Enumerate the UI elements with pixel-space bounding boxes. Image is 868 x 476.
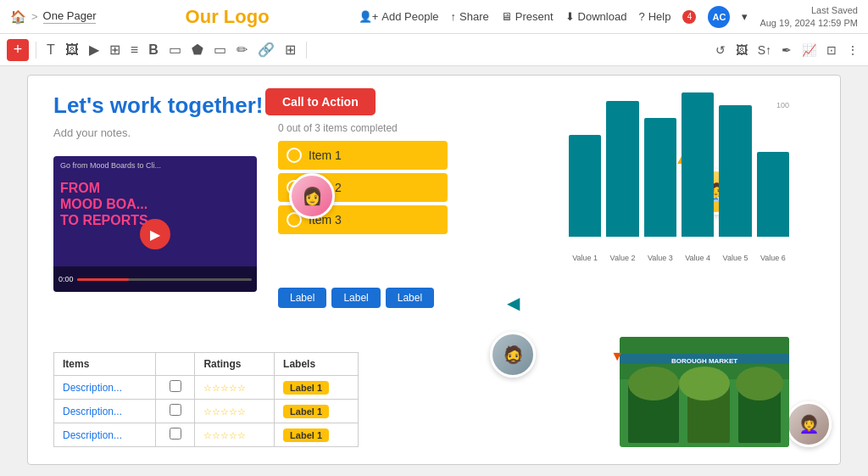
- bar-label-4: Value 4: [682, 254, 714, 262]
- checklist-label-1: Item 1: [309, 148, 342, 162]
- chart-icon[interactable]: 📈: [799, 41, 819, 59]
- download-button[interactable]: ⬇ Download: [565, 10, 627, 23]
- notification-badge[interactable]: 4: [682, 10, 696, 24]
- table-row: Description... ☆☆☆☆☆ Label 1: [54, 423, 359, 447]
- avatar-woman-2-face: 👩‍🦱: [788, 404, 829, 445]
- image-tool-icon[interactable]: 🖼: [733, 41, 750, 59]
- nav-left: 🏠 > One Pager: [10, 9, 96, 25]
- help-button[interactable]: ? Help: [638, 10, 670, 23]
- link-icon[interactable]: 🔗: [254, 39, 278, 60]
- bar-label-1: Value 1: [569, 254, 601, 262]
- table-header-labels: Labels: [275, 353, 359, 376]
- play-button[interactable]: ▶: [140, 219, 170, 249]
- video-title-top: Go from Mood Boards to Cli...: [53, 156, 257, 175]
- table-label-badge-3: Label 1: [283, 428, 329, 442]
- arrow-left-icon: ◀: [507, 293, 520, 313]
- table-label-cell-1: Label 1: [275, 376, 359, 400]
- table-label-badge-2: Label 1: [283, 405, 329, 418]
- table-checkbox-1[interactable]: [170, 380, 181, 392]
- label-buttons: Label Label Label: [278, 288, 434, 308]
- undo-icon[interactable]: ↺: [713, 41, 728, 59]
- list-icon[interactable]: ≡: [127, 40, 142, 60]
- market-svg: BOROUGH MARKET: [620, 337, 789, 447]
- bar-1: [569, 135, 601, 237]
- breadcrumb-separator: >: [31, 10, 38, 23]
- bar-label-5: Value 5: [719, 254, 751, 262]
- canvas: Let's work together! Add your notes. Cal…: [27, 75, 841, 465]
- stars-3: ☆☆☆☆☆: [203, 430, 246, 440]
- pen-icon[interactable]: ✏: [233, 39, 251, 60]
- label-button-3[interactable]: Label: [386, 288, 434, 308]
- toolbar-separator-2: [306, 42, 307, 59]
- bar-2: [606, 101, 638, 237]
- avatar-button[interactable]: AC: [708, 6, 730, 28]
- bold-icon[interactable]: B: [145, 40, 162, 60]
- bar-label-3: Value 3: [644, 254, 676, 262]
- table-header-ratings: Ratings: [195, 353, 275, 376]
- label-button-2[interactable]: Label: [331, 288, 380, 308]
- table-desc-2[interactable]: Description...: [63, 406, 122, 417]
- draw-icon[interactable]: ✒: [779, 41, 794, 59]
- checklist-count: 0 out of 3 items completed: [278, 122, 448, 134]
- video-thumbnail[interactable]: Go from Mood Boards to Cli... FROM MOOD …: [53, 156, 257, 292]
- video-time: 0:00: [58, 275, 74, 283]
- top-nav: 🏠 > One Pager Our Logo 👤+ Add People ↑ S…: [0, 0, 868, 34]
- table-checkbox-cell-2: [156, 400, 195, 423]
- arrow-down-icon: ▼: [610, 349, 624, 364]
- text-tool-icon[interactable]: S↑: [755, 41, 774, 59]
- input-icon[interactable]: ▭: [165, 39, 185, 60]
- share-button[interactable]: ↑ Share: [451, 10, 489, 23]
- bar-label-2: Value 2: [606, 254, 638, 262]
- table-label-cell-2: Label 1: [275, 400, 359, 423]
- market-image: BOROUGH MARKET BOROUGH MARKET: [620, 337, 789, 447]
- stars-1: ☆☆☆☆☆: [203, 383, 246, 393]
- table-rating-1: ☆☆☆☆☆: [195, 376, 275, 400]
- image-icon[interactable]: 🖼: [62, 40, 82, 60]
- bar-5: [719, 105, 751, 237]
- home-icon[interactable]: 🏠: [10, 9, 26, 25]
- table-row: Description... ☆☆☆☆☆ Label 1: [54, 400, 359, 423]
- text-icon[interactable]: T: [43, 40, 58, 60]
- page-title[interactable]: One Pager: [43, 9, 97, 24]
- add-people-button[interactable]: 👤+ Add People: [359, 10, 439, 23]
- avatar-woman-2: 👩‍🦱: [786, 401, 832, 447]
- checklist-item-1[interactable]: Item 1: [278, 141, 448, 170]
- table-label-badge-1: Label 1: [283, 381, 329, 395]
- checklist-circle-1: [287, 148, 302, 163]
- rectangle-icon[interactable]: ▭: [210, 39, 230, 60]
- toolbar-right: ↺ 🖼 S↑ ✒ 📈 ⊡ ⋮: [713, 41, 861, 59]
- table-checkbox-cell-3: [156, 423, 195, 447]
- bar-chart: 100 Value 1 Value 2 Value 3 Value 4 Valu…: [569, 101, 789, 288]
- avatar-woman-face: 👩: [292, 176, 332, 216]
- cta-button[interactable]: Call to Action: [265, 88, 376, 115]
- bar-4: [682, 92, 714, 237]
- dropdown-icon[interactable]: ▾: [742, 10, 748, 23]
- grid-icon[interactable]: ⊞: [281, 39, 299, 60]
- stars-2: ☆☆☆☆☆: [203, 406, 246, 417]
- add-button[interactable]: +: [7, 39, 29, 61]
- table-rating-2: ☆☆☆☆☆: [195, 400, 275, 423]
- table-checkbox-3[interactable]: [170, 428, 181, 440]
- table-label-cell-3: Label 1: [275, 423, 359, 447]
- shape-icon[interactable]: ⬟: [188, 39, 207, 60]
- video-progress[interactable]: [77, 278, 252, 281]
- table-checkbox-2[interactable]: [170, 404, 181, 416]
- svg-point-5: [628, 367, 679, 400]
- canvas-heading: Let's work together!: [53, 92, 263, 119]
- filter-icon[interactable]: ⊡: [824, 41, 839, 59]
- svg-point-6: [679, 367, 730, 400]
- avatar-woman: 👩: [289, 173, 335, 219]
- bar-6: [757, 152, 789, 237]
- more-icon[interactable]: ⋮: [844, 41, 861, 59]
- video-icon[interactable]: ▶: [86, 39, 103, 60]
- label-button-1[interactable]: Label: [278, 288, 326, 308]
- present-button[interactable]: 🖥 Present: [501, 10, 554, 23]
- table-icon[interactable]: ⊞: [106, 39, 124, 60]
- canvas-notes[interactable]: Add your notes.: [53, 126, 131, 139]
- table-rating-3: ☆☆☆☆☆: [195, 423, 275, 447]
- table-desc-3[interactable]: Description...: [63, 429, 122, 441]
- table-checkbox-cell-1: [156, 376, 195, 400]
- toolbar-separator-1: [36, 42, 36, 59]
- bar-label-6: Value 6: [757, 254, 789, 262]
- table-desc-1[interactable]: Description...: [63, 382, 122, 394]
